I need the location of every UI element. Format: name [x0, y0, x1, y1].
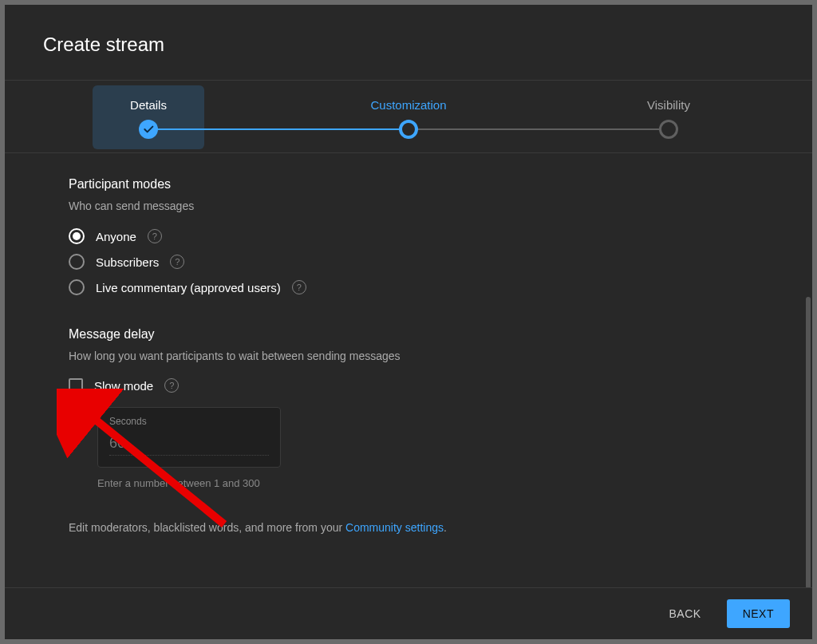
message-delay-subtitle: How long you want participants to wait b… [69, 350, 748, 362]
modal-header: Create stream [5, 5, 812, 80]
content-area: Participant modes Who can send messages … [5, 153, 812, 587]
scrollbar-thumb[interactable] [806, 297, 811, 587]
checkmark-icon [139, 120, 158, 139]
help-icon[interactable]: ? [164, 378, 179, 393]
radio-label: Live commentary (approved users) [96, 281, 281, 294]
step-label: Visibility [647, 98, 690, 112]
stepper: Details Customization Visibility [5, 81, 812, 152]
radio-icon [69, 254, 85, 270]
step-visibility[interactable]: Visibility [613, 90, 724, 152]
moderation-suffix: . [444, 521, 447, 534]
help-icon[interactable]: ? [292, 280, 306, 294]
community-settings-link[interactable]: Community settings [345, 521, 444, 534]
seconds-hint: Enter a number between 1 and 300 [97, 477, 748, 489]
moderation-hint: Edit moderators, blacklisted words, and … [69, 521, 748, 534]
participant-modes-title: Participant modes [69, 177, 748, 192]
step-dot [659, 120, 678, 139]
step-dot-active [399, 120, 418, 139]
help-icon[interactable]: ? [170, 255, 184, 269]
checkbox-icon [69, 378, 83, 393]
participant-modes-subtitle: Who can send messages [69, 200, 748, 212]
seconds-field-value: 60 [109, 435, 269, 456]
radio-icon [69, 228, 85, 244]
slow-mode-checkbox-row[interactable]: Slow mode ? [69, 378, 748, 393]
slow-mode-label: Slow mode [94, 379, 153, 393]
radio-label: Anyone [96, 230, 136, 243]
step-details[interactable]: Details [93, 90, 204, 152]
radio-option-live-commentary[interactable]: Live commentary (approved users) ? [69, 279, 748, 295]
back-button[interactable]: Back [653, 599, 717, 628]
radio-icon [69, 279, 85, 295]
moderation-prefix: Edit moderators, blacklisted words, and … [69, 521, 345, 534]
radio-label: Subscribers [96, 255, 159, 269]
step-customization[interactable]: Customization [353, 90, 464, 152]
create-stream-modal: Create stream Details Customization Visi… [5, 5, 812, 639]
message-delay-title: Message delay [69, 327, 748, 342]
seconds-field-label: Seconds [109, 416, 269, 427]
help-icon[interactable]: ? [148, 229, 162, 243]
seconds-input[interactable]: Seconds 60 [97, 407, 281, 468]
step-label: Customization [370, 98, 446, 112]
page-title: Create stream [43, 34, 812, 56]
modal-footer: Back Next [5, 587, 812, 639]
radio-option-anyone[interactable]: Anyone ? [69, 228, 748, 244]
radio-option-subscribers[interactable]: Subscribers ? [69, 254, 748, 270]
next-button[interactable]: Next [727, 599, 790, 628]
step-label: Details [130, 98, 167, 112]
